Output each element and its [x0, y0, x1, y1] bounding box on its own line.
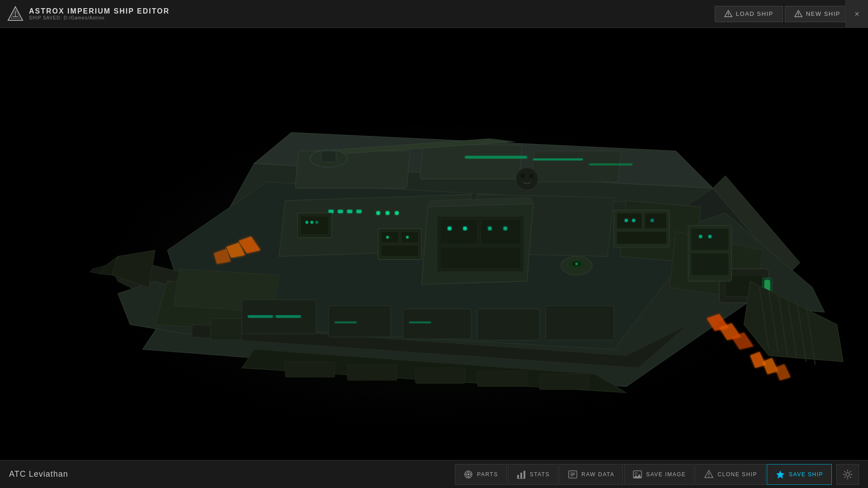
- svg-point-97: [520, 174, 525, 178]
- svg-rect-115: [285, 362, 335, 377]
- settings-icon: [842, 469, 853, 480]
- rawdata-icon: [568, 469, 578, 479]
- svg-rect-133: [520, 473, 522, 479]
- bottom-buttons-group: PARTS STATS: [455, 464, 832, 485]
- new-ship-button[interactable]: NEW SHIP: [785, 6, 850, 22]
- stats-label: STATS: [530, 471, 550, 478]
- svg-point-145: [708, 476, 709, 477]
- ship-display: [0, 28, 868, 460]
- svg-rect-35: [357, 210, 362, 213]
- svg-rect-109: [211, 319, 242, 340]
- svg-marker-142: [633, 474, 642, 478]
- app-logo-icon: [7, 6, 24, 22]
- svg-point-63: [406, 236, 408, 238]
- stats-icon: [516, 469, 526, 479]
- svg-rect-76: [403, 309, 471, 339]
- viewport: [0, 28, 868, 460]
- save-ship-button[interactable]: SAVE SHIP: [767, 464, 832, 485]
- svg-point-73: [504, 227, 507, 230]
- svg-point-38: [395, 211, 399, 215]
- saveship-icon: [775, 469, 785, 479]
- svg-rect-52: [589, 164, 632, 165]
- svg-point-70: [448, 227, 451, 230]
- svg-point-55: [305, 221, 308, 224]
- svg-point-72: [488, 227, 491, 230]
- svg-rect-132: [517, 475, 519, 479]
- svg-point-147: [846, 473, 849, 476]
- svg-rect-134: [524, 471, 525, 479]
- svg-point-89: [632, 219, 635, 222]
- title-text-group: ASTROX IMPERIUM SHIP EDITOR SHIP SAVED: …: [29, 7, 715, 20]
- svg-rect-117: [415, 368, 465, 383]
- svg-rect-54: [301, 216, 329, 235]
- raw-data-label: RAW DATA: [581, 471, 614, 478]
- svg-rect-59: [381, 232, 398, 243]
- raw-data-button[interactable]: RAW DATA: [559, 464, 623, 485]
- svg-rect-33: [338, 210, 343, 213]
- save-image-button[interactable]: SAVE IMAGE: [624, 464, 694, 485]
- ship-name-display: ATC Leviathan: [9, 469, 99, 479]
- svg-rect-92: [691, 229, 728, 250]
- svg-rect-77: [477, 309, 539, 340]
- svg-rect-67: [440, 219, 477, 244]
- bottom-bar: ATC Leviathan PARTS: [0, 460, 868, 488]
- parts-label: PARTS: [477, 471, 498, 478]
- svg-point-96: [516, 168, 538, 190]
- svg-marker-107: [763, 358, 778, 374]
- svg-rect-118: [477, 371, 527, 386]
- save-image-label: SAVE IMAGE: [646, 471, 686, 478]
- svg-point-127: [467, 474, 469, 475]
- svg-point-71: [463, 227, 467, 230]
- svg-rect-119: [539, 374, 589, 389]
- svg-point-95: [708, 235, 712, 238]
- svg-point-113: [576, 263, 578, 265]
- saveimage-icon: [632, 469, 642, 479]
- load-ship-icon: [724, 10, 732, 18]
- svg-rect-86: [645, 213, 666, 228]
- svg-rect-50: [465, 156, 527, 158]
- svg-point-56: [310, 221, 313, 224]
- svg-rect-87: [617, 232, 667, 244]
- svg-rect-79: [248, 315, 273, 318]
- settings-button[interactable]: [836, 464, 859, 485]
- svg-point-88: [625, 219, 628, 222]
- svg-point-90: [651, 219, 654, 222]
- title-buttons: LOAD SHIP NEW SHIP: [715, 6, 850, 22]
- new-ship-icon: [794, 10, 802, 18]
- ship-viewport-image: [0, 28, 868, 460]
- svg-rect-81: [335, 321, 357, 323]
- svg-rect-19: [420, 145, 522, 179]
- svg-point-141: [635, 472, 637, 474]
- svg-rect-68: [481, 219, 521, 244]
- stats-button[interactable]: STATS: [508, 464, 558, 485]
- svg-point-57: [315, 221, 318, 224]
- load-ship-button[interactable]: LOAD SHIP: [715, 6, 783, 22]
- parts-button[interactable]: PARTS: [455, 464, 506, 485]
- svg-rect-82: [409, 321, 431, 323]
- title-bar: ASTROX IMPERIUM SHIP EDITOR SHIP SAVED: …: [0, 0, 868, 28]
- svg-point-37: [386, 211, 389, 215]
- svg-point-36: [376, 211, 380, 215]
- cloneship-icon: [704, 469, 714, 479]
- app-title: ASTROX IMPERIUM SHIP EDITOR: [29, 7, 715, 15]
- svg-point-98: [529, 174, 534, 178]
- svg-rect-78: [546, 306, 614, 340]
- svg-rect-93: [691, 253, 728, 275]
- ship-saved-path: SHIP SAVED: D:/Games/Astrox: [29, 15, 715, 20]
- clone-ship-label: CLONE SHIP: [717, 471, 757, 478]
- svg-marker-108: [775, 364, 790, 380]
- svg-rect-85: [617, 213, 642, 228]
- clone-ship-button[interactable]: CLONE SHIP: [695, 464, 766, 485]
- svg-rect-121: [321, 151, 336, 162]
- svg-rect-34: [347, 210, 352, 213]
- svg-point-94: [699, 235, 702, 238]
- svg-rect-51: [533, 159, 583, 160]
- svg-rect-32: [329, 210, 334, 213]
- save-ship-label: SAVE SHIP: [789, 471, 823, 478]
- svg-point-62: [386, 236, 388, 238]
- close-button[interactable]: ×: [845, 0, 868, 28]
- svg-rect-60: [401, 232, 418, 243]
- svg-rect-20: [531, 151, 621, 182]
- svg-rect-116: [347, 365, 397, 380]
- parts-icon: [463, 469, 473, 479]
